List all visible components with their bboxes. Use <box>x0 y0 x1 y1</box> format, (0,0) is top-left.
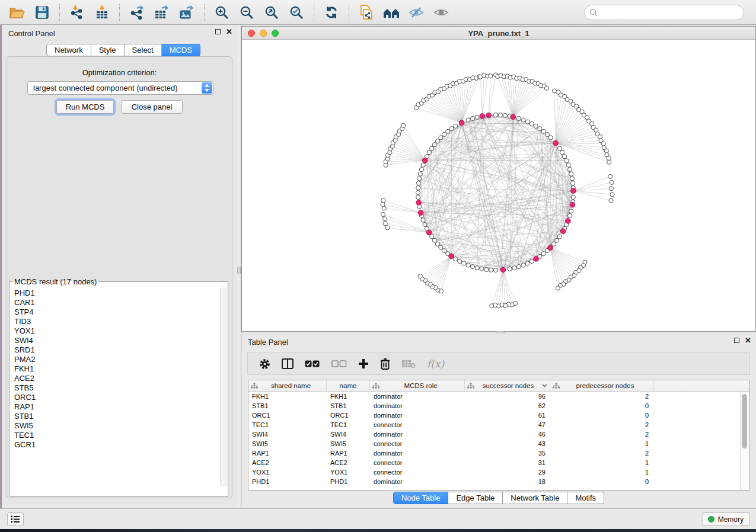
mcds-result-item[interactable]: TID3 <box>14 317 220 326</box>
table-body: FKH1FKH1dominator962STB1STB1dominator620… <box>248 392 740 490</box>
tab-node-table[interactable]: Node Table <box>393 492 449 504</box>
table-row[interactable]: SWI4SWI4dominator462 <box>248 430 740 439</box>
table-row[interactable]: SWI5SWI5connector431 <box>248 439 740 448</box>
table-row[interactable]: RAP1RAP1dominator352 <box>248 448 740 458</box>
import-network-button[interactable] <box>66 2 88 23</box>
tab-network[interactable]: Network <box>46 44 91 56</box>
gear-icon[interactable] <box>259 358 270 370</box>
table-row[interactable]: FKH1FKH1dominator962 <box>248 392 740 401</box>
table-row[interactable]: STB1STB1dominator620 <box>248 401 740 411</box>
tab-edge-table[interactable]: Edge Table <box>448 492 503 504</box>
splitter-grip[interactable] <box>237 267 241 274</box>
mcds-result-item[interactable]: STP4 <box>14 307 220 317</box>
hide-selected-button[interactable] <box>406 2 427 23</box>
task-history-button[interactable] <box>7 512 24 526</box>
criterion-select[interactable]: largest connected component (undirected) <box>27 81 213 95</box>
table-row[interactable]: ACE2ACE2connector311 <box>248 458 740 467</box>
table-row[interactable]: PHD1PHD1dominator180 <box>248 477 740 486</box>
refresh-button[interactable] <box>321 2 342 23</box>
export-image-button[interactable] <box>176 2 197 23</box>
tab-style[interactable]: Style <box>91 44 125 56</box>
cell-shared_name: PHD1 <box>248 478 327 485</box>
zoom-fit-button[interactable] <box>261 2 282 23</box>
table-row[interactable]: YOX1YOX1connector291 <box>248 467 740 477</box>
attribute-type-icon <box>251 383 258 389</box>
save-session-button[interactable] <box>31 2 53 23</box>
tab-mcds[interactable]: MCDS <box>162 44 200 56</box>
import-table-button[interactable] <box>91 2 113 23</box>
column-header-mcds_role[interactable]: MCDS role <box>370 380 465 391</box>
column-header-successor_nodes[interactable]: successor nodes <box>465 380 550 391</box>
float-table-panel-icon[interactable] <box>734 338 739 343</box>
mcds-result-legend: MCDS result (17 nodes) <box>12 277 98 286</box>
network-window-titlebar[interactable]: YPA_prune.txt_1 <box>242 27 755 40</box>
mcds-result-item[interactable]: STB1 <box>14 412 220 421</box>
memory-button[interactable]: Memory <box>703 512 750 526</box>
zoom-out-button[interactable] <box>236 2 257 23</box>
memory-label: Memory <box>718 515 744 524</box>
network-canvas[interactable] <box>242 40 755 332</box>
tab-select[interactable]: Select <box>125 44 162 56</box>
cell-mcds_role: connector <box>370 459 465 466</box>
cell-mcds_role: connector <box>370 421 465 428</box>
table-row[interactable]: TEC1TEC1connector472 <box>248 420 740 430</box>
attribute-type-icon <box>467 383 474 389</box>
cell-name: RAP1 <box>327 450 370 457</box>
mcds-result-list[interactable]: PHD1CAR1STP4TID3YOX1SWI4SRD1PMA2FKH1ACE2… <box>9 287 220 486</box>
mcds-result-item[interactable]: FKH1 <box>14 364 220 374</box>
mcds-result-item[interactable]: GCR1 <box>14 440 220 450</box>
mcds-result-item[interactable]: PHD1 <box>14 289 220 298</box>
cell-mcds_role: dominator <box>370 478 465 485</box>
tab-network-table[interactable]: Network Table <box>503 492 567 504</box>
delete-column-trash-icon[interactable] <box>380 358 390 370</box>
close-table-panel-icon[interactable]: ✕ <box>745 338 751 343</box>
cell-mcds_role: dominator <box>370 450 465 457</box>
table-scrollbar[interactable] <box>740 392 749 490</box>
table-scrollbar-thumb[interactable] <box>742 394 747 448</box>
export-table-button[interactable] <box>151 2 173 23</box>
list-icon <box>11 515 20 523</box>
column-header-predecessor_nodes[interactable]: predecessor nodes <box>550 380 653 391</box>
mcds-result-item[interactable]: PMA2 <box>14 355 220 364</box>
table-panel-header: Table Panel ✕ <box>241 334 756 350</box>
run-mcds-button[interactable]: Run MCDS <box>56 100 114 114</box>
column-header-shared_name[interactable]: shared name <box>248 380 327 391</box>
table-row[interactable]: ORC1ORC1dominator610 <box>248 411 740 420</box>
open-folder-icon <box>9 5 25 20</box>
add-column-icon[interactable] <box>358 358 369 369</box>
deselect-all-checkboxes-icon[interactable] <box>331 360 347 368</box>
cell-predecessor_nodes: 0 <box>550 412 653 419</box>
export-network-button[interactable] <box>126 2 148 23</box>
network-view-window: YPA_prune.txt_1 <box>241 26 756 332</box>
mcds-result-item[interactable]: STB5 <box>14 383 220 393</box>
open-file-button[interactable] <box>7 2 28 23</box>
select-stepper-icon <box>202 82 212 94</box>
zoom-in-button[interactable] <box>211 2 232 23</box>
cell-mcds_role: dominator <box>370 393 465 400</box>
vertical-splitter[interactable] <box>237 25 241 508</box>
column-header-name[interactable]: name <box>327 380 370 391</box>
show-all-button[interactable] <box>430 2 452 23</box>
search-input[interactable] <box>584 5 744 20</box>
mcds-result-item[interactable]: SWI5 <box>14 421 220 431</box>
mcds-result-item[interactable]: TEC1 <box>14 431 220 440</box>
clone-network-button[interactable] <box>356 2 377 23</box>
column-view-icon[interactable] <box>282 358 294 369</box>
first-neighbors-button[interactable] <box>381 2 402 23</box>
zoom-selected-button[interactable] <box>286 2 307 23</box>
cell-predecessor_nodes: 1 <box>550 440 653 447</box>
mcds-result-item[interactable]: YOX1 <box>14 326 220 336</box>
mcds-result-item[interactable]: ACE2 <box>14 374 220 383</box>
mcds-result-item[interactable]: RAP1 <box>14 402 220 412</box>
result-scrollbar[interactable] <box>220 287 227 486</box>
close-panel-button[interactable]: Close panel <box>121 100 183 114</box>
float-panel-icon[interactable] <box>215 29 221 34</box>
cell-successor_nodes: 47 <box>465 421 550 428</box>
close-panel-icon[interactable]: ✕ <box>226 29 232 34</box>
mcds-result-item[interactable]: SRD1 <box>14 345 220 355</box>
mcds-result-item[interactable]: ORC1 <box>14 393 220 402</box>
tab-motifs[interactable]: Motifs <box>567 492 604 504</box>
mcds-result-item[interactable]: CAR1 <box>14 298 220 307</box>
mcds-result-item[interactable]: SWI4 <box>14 336 220 345</box>
select-all-checkboxes-icon[interactable] <box>305 360 320 368</box>
